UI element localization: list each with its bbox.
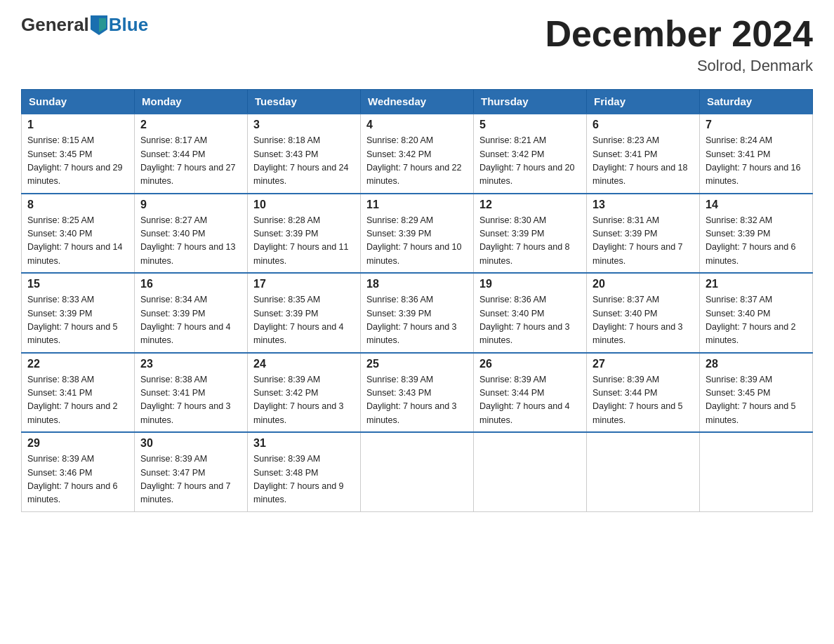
table-row: 8Sunrise: 8:25 AMSunset: 3:40 PMDaylight… [22,194,135,274]
day-info: Sunrise: 8:25 AMSunset: 3:40 PMDaylight:… [27,214,128,269]
logo-general: General [21,14,89,36]
table-row: 27Sunrise: 8:39 AMSunset: 3:44 PMDayligh… [587,353,700,433]
day-number: 11 [366,199,468,211]
table-row [361,432,474,511]
col-friday: Friday [587,90,700,114]
day-number: 27 [593,358,694,370]
day-number: 23 [140,358,241,370]
table-row: 16Sunrise: 8:34 AMSunset: 3:39 PMDayligh… [135,273,248,353]
month-title: December 2024 [545,14,813,54]
day-number: 14 [706,199,807,211]
logo: General Blue [21,14,148,36]
logo-icon [91,15,107,35]
table-row: 18Sunrise: 8:36 AMSunset: 3:39 PMDayligh… [361,273,474,353]
table-row: 23Sunrise: 8:38 AMSunset: 3:41 PMDayligh… [135,353,248,433]
table-row: 13Sunrise: 8:31 AMSunset: 3:39 PMDayligh… [587,194,700,274]
table-row: 26Sunrise: 8:39 AMSunset: 3:44 PMDayligh… [474,353,587,433]
table-row: 5Sunrise: 8:21 AMSunset: 3:42 PMDaylight… [474,114,587,194]
day-number: 19 [479,278,581,290]
calendar-table: Sunday Monday Tuesday Wednesday Thursday… [21,89,813,512]
table-row: 2Sunrise: 8:17 AMSunset: 3:44 PMDaylight… [135,114,248,194]
table-row: 1Sunrise: 8:15 AMSunset: 3:45 PMDaylight… [22,114,135,194]
day-info: Sunrise: 8:39 AMSunset: 3:47 PMDaylight:… [140,452,241,507]
day-info: Sunrise: 8:15 AMSunset: 3:45 PMDaylight:… [27,134,128,189]
table-row: 19Sunrise: 8:36 AMSunset: 3:40 PMDayligh… [474,273,587,353]
table-row [587,432,700,511]
day-number: 26 [479,358,581,370]
day-info: Sunrise: 8:38 AMSunset: 3:41 PMDaylight:… [140,373,241,428]
day-number: 7 [706,119,807,131]
day-number: 4 [366,119,468,131]
day-number: 9 [140,199,241,211]
day-number: 18 [366,278,468,290]
table-row: 6Sunrise: 8:23 AMSunset: 3:41 PMDaylight… [587,114,700,194]
day-info: Sunrise: 8:20 AMSunset: 3:42 PMDaylight:… [366,134,468,189]
day-number: 21 [706,278,807,290]
day-info: Sunrise: 8:29 AMSunset: 3:39 PMDaylight:… [366,214,468,269]
day-info: Sunrise: 8:39 AMSunset: 3:42 PMDaylight:… [253,373,355,428]
day-number: 28 [706,358,807,370]
day-number: 22 [27,358,128,370]
day-info: Sunrise: 8:39 AMSunset: 3:43 PMDaylight:… [366,373,468,428]
day-number: 1 [27,119,128,131]
header-row: Sunday Monday Tuesday Wednesday Thursday… [22,90,813,114]
table-row: 24Sunrise: 8:39 AMSunset: 3:42 PMDayligh… [248,353,361,433]
logo-blue: Blue [109,14,148,36]
calendar-week-row: 8Sunrise: 8:25 AMSunset: 3:40 PMDaylight… [22,194,813,274]
day-info: Sunrise: 8:32 AMSunset: 3:39 PMDaylight:… [706,214,807,269]
table-row: 9Sunrise: 8:27 AMSunset: 3:40 PMDaylight… [135,194,248,274]
table-row: 29Sunrise: 8:39 AMSunset: 3:46 PMDayligh… [22,432,135,511]
day-info: Sunrise: 8:23 AMSunset: 3:41 PMDaylight:… [593,134,694,189]
table-row: 30Sunrise: 8:39 AMSunset: 3:47 PMDayligh… [135,432,248,511]
table-row [700,432,813,511]
col-sunday: Sunday [22,90,135,114]
day-info: Sunrise: 8:37 AMSunset: 3:40 PMDaylight:… [706,293,807,348]
day-info: Sunrise: 8:38 AMSunset: 3:41 PMDaylight:… [27,373,128,428]
day-info: Sunrise: 8:37 AMSunset: 3:40 PMDaylight:… [593,293,694,348]
table-row: 22Sunrise: 8:38 AMSunset: 3:41 PMDayligh… [22,353,135,433]
day-number: 20 [593,278,694,290]
day-info: Sunrise: 8:39 AMSunset: 3:48 PMDaylight:… [253,452,355,507]
table-row: 20Sunrise: 8:37 AMSunset: 3:40 PMDayligh… [587,273,700,353]
day-number: 24 [253,358,355,370]
day-info: Sunrise: 8:31 AMSunset: 3:39 PMDaylight:… [593,214,694,269]
day-number: 15 [27,278,128,290]
calendar-week-row: 15Sunrise: 8:33 AMSunset: 3:39 PMDayligh… [22,273,813,353]
table-row: 28Sunrise: 8:39 AMSunset: 3:45 PMDayligh… [700,353,813,433]
calendar-week-row: 1Sunrise: 8:15 AMSunset: 3:45 PMDaylight… [22,114,813,194]
table-row: 14Sunrise: 8:32 AMSunset: 3:39 PMDayligh… [700,194,813,274]
day-info: Sunrise: 8:39 AMSunset: 3:44 PMDaylight:… [479,373,581,428]
day-number: 29 [27,437,128,450]
day-info: Sunrise: 8:18 AMSunset: 3:43 PMDaylight:… [253,134,355,189]
day-info: Sunrise: 8:17 AMSunset: 3:44 PMDaylight:… [140,134,241,189]
day-info: Sunrise: 8:34 AMSunset: 3:39 PMDaylight:… [140,293,241,348]
table-row: 25Sunrise: 8:39 AMSunset: 3:43 PMDayligh… [361,353,474,433]
table-row: 31Sunrise: 8:39 AMSunset: 3:48 PMDayligh… [248,432,361,511]
day-number: 2 [140,119,241,131]
table-row: 17Sunrise: 8:35 AMSunset: 3:39 PMDayligh… [248,273,361,353]
day-number: 30 [140,437,241,450]
title-block: December 2024 Solrod, Denmark [545,14,813,75]
day-info: Sunrise: 8:35 AMSunset: 3:39 PMDaylight:… [253,293,355,348]
day-number: 16 [140,278,241,290]
day-number: 12 [479,199,581,211]
day-number: 31 [253,437,355,450]
day-info: Sunrise: 8:39 AMSunset: 3:44 PMDaylight:… [593,373,694,428]
day-info: Sunrise: 8:36 AMSunset: 3:39 PMDaylight:… [366,293,468,348]
col-saturday: Saturday [700,90,813,114]
table-row [474,432,587,511]
table-row: 4Sunrise: 8:20 AMSunset: 3:42 PMDaylight… [361,114,474,194]
calendar-week-row: 22Sunrise: 8:38 AMSunset: 3:41 PMDayligh… [22,353,813,433]
day-number: 13 [593,199,694,211]
table-row: 12Sunrise: 8:30 AMSunset: 3:39 PMDayligh… [474,194,587,274]
day-info: Sunrise: 8:39 AMSunset: 3:45 PMDaylight:… [706,373,807,428]
col-thursday: Thursday [474,90,587,114]
day-number: 25 [366,358,468,370]
table-row: 11Sunrise: 8:29 AMSunset: 3:39 PMDayligh… [361,194,474,274]
calendar-week-row: 29Sunrise: 8:39 AMSunset: 3:46 PMDayligh… [22,432,813,511]
table-row: 15Sunrise: 8:33 AMSunset: 3:39 PMDayligh… [22,273,135,353]
table-row: 3Sunrise: 8:18 AMSunset: 3:43 PMDaylight… [248,114,361,194]
day-info: Sunrise: 8:30 AMSunset: 3:39 PMDaylight:… [479,214,581,269]
day-info: Sunrise: 8:36 AMSunset: 3:40 PMDaylight:… [479,293,581,348]
day-info: Sunrise: 8:21 AMSunset: 3:42 PMDaylight:… [479,134,581,189]
